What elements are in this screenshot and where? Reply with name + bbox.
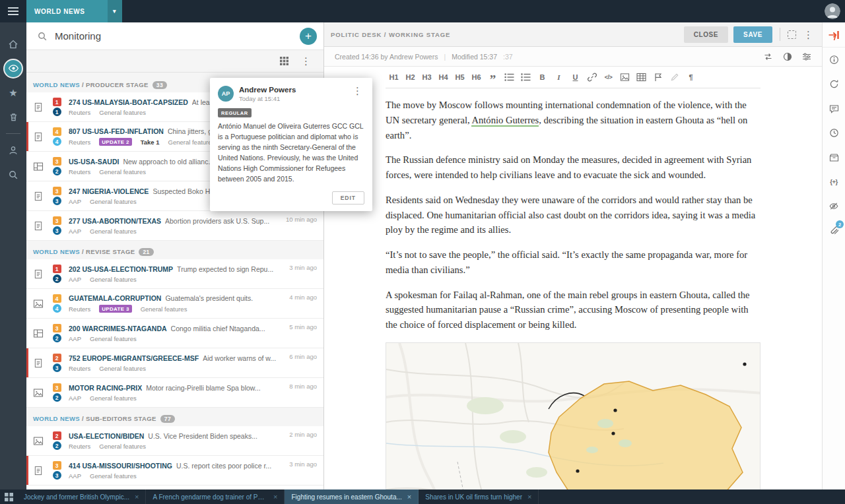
map-image — [386, 342, 760, 489]
urgency-badge: 2 — [53, 393, 61, 402]
document-tab[interactable]: Jockey and former British Olympic...× — [17, 489, 146, 504]
more-options-icon[interactable]: ⋮ — [299, 56, 313, 66]
document-tab[interactable]: A French gendarme dog trainer of PSIG× — [146, 489, 285, 504]
workspace-selector[interactable]: WORLD NEWS ▾ — [26, 0, 122, 22]
item-content: 202 US-USA-ELECTION-TRUMPTrump expected … — [63, 265, 323, 283]
formatting-toolbar: H1H2H3H4H5H6”BIU</>¶ — [386, 67, 760, 88]
activity-button[interactable] — [823, 72, 845, 96]
item-category: General features — [168, 139, 215, 146]
article-paragraph[interactable]: Residents said on Wednesday they were un… — [386, 193, 760, 237]
spike-button[interactable] — [0, 105, 26, 129]
item-content: 752 EUROPE-MIGRANTS/GREECE-MSFAid worker… — [63, 354, 323, 372]
editor-panel: POLITIC DESK / WORKING STAGE CLOSE SAVE … — [324, 22, 822, 489]
list-item[interactable]: 32200 WARCRIMES-NTAGANDACongo militia ch… — [26, 319, 323, 348]
table-button[interactable] — [633, 67, 650, 88]
settings-sliders-icon[interactable] — [802, 52, 811, 61]
code-button[interactable]: </> — [600, 67, 617, 88]
close-tab-icon[interactable]: × — [527, 493, 531, 501]
group-count-badge: 21 — [139, 248, 153, 256]
send-to-button[interactable] — [823, 22, 845, 47]
item-line1: USA-ELECTION/BIDENU.S. Vice President Bi… — [69, 432, 281, 440]
item-headline: New approach to old allianc... — [123, 158, 214, 166]
h3-button[interactable]: H3 — [419, 67, 435, 88]
document-tab[interactable]: Fighting resumes in eastern Ghouta...× — [285, 489, 419, 504]
annotate-button[interactable] — [666, 67, 683, 88]
list-item[interactable]: 23752 EUROPE-MIGRANTS/GREECE-MSFAid work… — [26, 348, 323, 378]
item-slugline: 247 NIGERIA-VIOLENCE — [69, 187, 149, 195]
edit-button[interactable]: EDIT — [332, 191, 364, 205]
article-paragraph[interactable]: “It’s not to save the people,” the offic… — [386, 247, 760, 278]
home-button[interactable] — [0, 32, 26, 56]
monitoring-title[interactable]: Monitoring — [55, 30, 300, 42]
item-headline: Trump expected to sign Repu... — [177, 265, 273, 273]
info-button[interactable] — [823, 47, 845, 72]
italic-button[interactable]: I — [551, 67, 567, 88]
link-button[interactable] — [584, 67, 600, 88]
stage-group-header[interactable]: WORLD NEWS/ SUB-EDITORS STAGE77 — [26, 408, 323, 426]
image-button[interactable] — [617, 67, 633, 88]
list-item[interactable]: 33277 USA-ABORTION/TEXASAbortion provide… — [26, 211, 323, 241]
global-search-button[interactable] — [0, 162, 26, 187]
list-item[interactable]: 44GUATEMALA-CORRUPTIONGuatemala's presid… — [26, 289, 323, 319]
urgency-badge: 1 — [53, 108, 61, 116]
attachments-button[interactable]: 2 — [823, 218, 845, 243]
doc-type-composite-icon — [26, 329, 50, 338]
h2-button[interactable]: H2 — [402, 67, 419, 88]
close-tab-icon[interactable]: × — [273, 493, 277, 501]
search-icon[interactable] — [37, 31, 48, 42]
article-body[interactable]: The move by Moscow follows mounting inte… — [386, 88, 760, 332]
grid-view-icon[interactable] — [280, 57, 288, 65]
list-item[interactable]: 32US-WARCRIMES-NTAGANDACongo militia chi… — [26, 486, 323, 489]
h4-button[interactable]: H4 — [435, 67, 452, 88]
versions-button[interactable] — [823, 121, 845, 145]
list-item[interactable]: 12202 US-USA-ELECTION-TRUMPTrump expecte… — [26, 259, 323, 289]
comments-button[interactable] — [823, 96, 845, 121]
text-segment: “It’s not to save the people,” the offic… — [386, 249, 747, 275]
document-tab[interactable]: Shares in UK oil firms turn higher× — [419, 489, 539, 504]
find-replace-icon[interactable] — [763, 52, 773, 61]
h5-button[interactable]: H5 — [452, 67, 468, 88]
linked-items-button[interactable] — [823, 194, 845, 218]
paragraph-button[interactable]: ¶ — [683, 67, 699, 88]
user-avatar[interactable] — [825, 3, 840, 19]
editor-more-icon[interactable]: ⋮ — [801, 30, 815, 40]
status-badge: REGULAR — [218, 108, 252, 117]
packages-button[interactable] — [823, 145, 845, 170]
bold-button[interactable]: B — [534, 67, 551, 88]
h1-button[interactable]: H1 — [386, 67, 402, 88]
item-content: 277 USA-ABORTION/TEXASAbortion providers… — [63, 217, 323, 235]
item-headline: Motor racing-Pirelli blame Spa blow... — [146, 384, 260, 392]
popup-more-icon[interactable]: ⋮ — [351, 86, 364, 96]
modified-extra: :37 — [503, 53, 513, 61]
stage-group-header[interactable]: WORLD NEWS/ REVISE STAGE21 — [26, 241, 323, 259]
rotate-icon — [829, 79, 839, 89]
list-item[interactable]: 32MOTOR RACING-PRIXMotor racing-Pirelli … — [26, 378, 323, 408]
starred-button[interactable]: ★ — [0, 80, 26, 105]
article-paragraph[interactable]: The Russian defence ministry said on Mon… — [386, 152, 760, 183]
add-content-button[interactable]: + — [300, 28, 317, 45]
workspace-grid-icon[interactable] — [0, 489, 17, 504]
close-button[interactable]: CLOSE — [684, 26, 728, 43]
blockquote-button[interactable]: ” — [485, 67, 501, 88]
minimize-icon[interactable] — [788, 30, 796, 39]
list-item[interactable]: 22USA-ELECTION/BIDENU.S. Vice President … — [26, 426, 323, 456]
menu-icon[interactable] — [0, 7, 26, 15]
users-button[interactable] — [0, 138, 26, 162]
save-button[interactable]: SAVE — [733, 26, 772, 43]
h6-button[interactable]: H6 — [468, 67, 485, 88]
underline-button[interactable]: U — [567, 67, 584, 88]
editor-scroll-area[interactable]: H1H2H3H4H5H6”BIU</>¶ The move by Moscow … — [324, 67, 822, 489]
list-item[interactable]: 33414 USA-MISSOURI/SHOOTINGU.S. report c… — [26, 456, 323, 486]
macros-button[interactable]: {+} — [823, 170, 845, 194]
pen-icon — [670, 73, 679, 82]
unordered-list-button[interactable] — [501, 67, 518, 88]
close-tab-icon[interactable]: × — [407, 493, 411, 501]
article-paragraph[interactable]: A spokesman for Failaq al-Rahman, one of… — [386, 288, 760, 332]
comment-button[interactable] — [650, 67, 666, 88]
article-paragraph[interactable]: The move by Moscow follows mounting inte… — [386, 98, 760, 142]
monitoring-button[interactable] — [0, 56, 26, 80]
urgency-badge: 2 — [53, 274, 61, 283]
theme-icon[interactable] — [783, 52, 792, 61]
ordered-list-button[interactable] — [518, 67, 534, 88]
close-tab-icon[interactable]: × — [135, 493, 139, 501]
